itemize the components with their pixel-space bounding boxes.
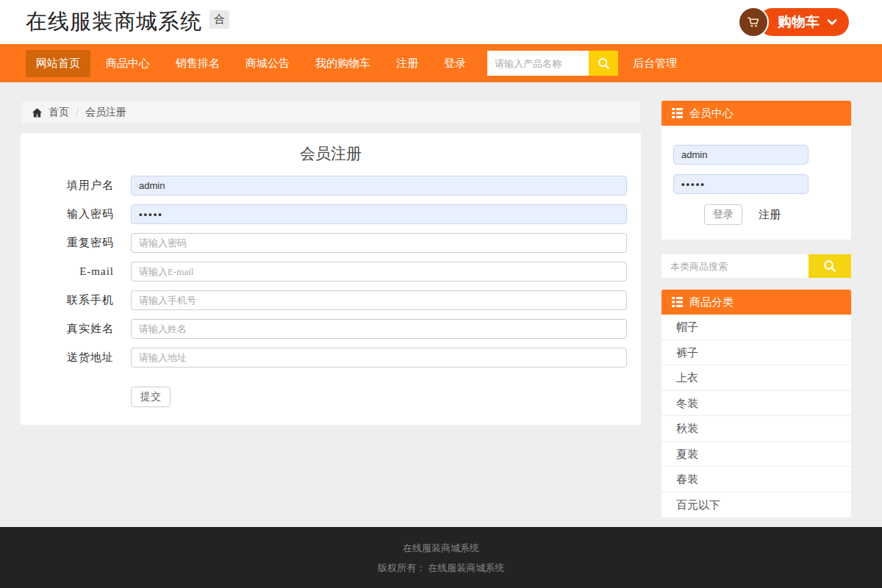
site-badge: 合 <box>209 10 229 29</box>
category-item-tops[interactable]: 上衣 <box>662 365 851 391</box>
form-row: 联系手机 <box>21 290 641 310</box>
email-label: E-mail <box>21 265 114 278</box>
nav-search <box>487 51 618 76</box>
product-search-button[interactable] <box>589 51 618 76</box>
nav-item-my-cart[interactable]: 我的购物车 <box>305 50 381 77</box>
login-button[interactable]: 登录 <box>704 204 742 225</box>
content: 首页 / 会员注册 会员注册 填用户名 输入密码 重复密码 E-mail <box>0 82 882 527</box>
form-row: 送货地址 <box>21 348 641 368</box>
category-item-under-100[interactable]: 百元以下 <box>662 492 851 518</box>
category-item-hats[interactable]: 帽子 <box>662 315 851 340</box>
password-label: 输入密码 <box>21 207 114 221</box>
form-row: 真实姓名 <box>21 319 641 339</box>
form-title: 会员注册 <box>21 143 641 164</box>
cart-label: 购物车 <box>778 12 820 32</box>
footer-copyright: 版权所有： 在线服装商城系统 <box>0 558 882 578</box>
member-center-body: 登录 注册 <box>662 126 851 240</box>
categories-header: 商品分类 <box>662 290 851 315</box>
cart-icon <box>738 7 769 37</box>
nav-item-home[interactable]: 网站首页 <box>26 50 90 77</box>
nav-item-sales-rank[interactable]: 销售排名 <box>165 50 230 77</box>
member-center-panel: 会员中心 登录 注册 <box>662 101 851 240</box>
sidebar-username-field[interactable] <box>673 145 808 165</box>
breadcrumb-current: 会员注册 <box>85 106 126 119</box>
search-icon <box>822 259 837 273</box>
nav-item-announcements[interactable]: 商城公告 <box>235 50 300 77</box>
breadcrumb-home-link[interactable]: 首页 <box>32 106 69 119</box>
footer: 在线服装商城系统 版权所有： 在线服装商城系统 <box>0 527 882 588</box>
list-icon <box>672 108 683 118</box>
phone-label: 联系手机 <box>21 293 114 307</box>
category-item-pants[interactable]: 裤子 <box>662 340 851 366</box>
nav-item-admin[interactable]: 后台管理 <box>623 50 687 77</box>
breadcrumb-home-label: 首页 <box>49 106 69 119</box>
form-row: 输入密码 <box>21 204 641 224</box>
cart-button[interactable]: 购物车 <box>738 7 849 37</box>
email-field[interactable] <box>131 262 627 282</box>
footer-site-name: 在线服装商城系统 <box>0 538 882 558</box>
sidebar-password-field[interactable] <box>673 174 808 194</box>
site-title: 在线服装商城系统 <box>26 7 202 37</box>
category-search <box>662 254 851 278</box>
phone-field[interactable] <box>131 290 627 310</box>
password-field[interactable] <box>131 204 627 224</box>
category-list: 帽子 裤子 上衣 冬装 秋装 夏装 春装 百元以下 <box>662 315 851 517</box>
nav-item-products[interactable]: 商品中心 <box>96 50 160 77</box>
form-row: 填用户名 <box>21 176 641 196</box>
nav-item-login[interactable]: 登录 <box>434 50 476 77</box>
real-name-label: 真实姓名 <box>21 322 114 336</box>
breadcrumb-separator: / <box>76 107 79 118</box>
category-item-autumn[interactable]: 秋装 <box>662 416 851 442</box>
category-search-input[interactable] <box>662 254 808 278</box>
categories-panel: 商品分类 帽子 裤子 上衣 冬装 秋装 夏装 春装 百元以下 <box>662 290 851 517</box>
chevron-down-icon <box>827 18 837 26</box>
category-item-spring[interactable]: 春装 <box>662 467 851 492</box>
member-actions: 登录 注册 <box>704 204 839 225</box>
product-search-input[interactable] <box>487 51 589 76</box>
submit-button[interactable]: 提交 <box>131 387 171 407</box>
username-label: 填用户名 <box>21 179 114 193</box>
username-field[interactable] <box>131 176 627 196</box>
member-center-title: 会员中心 <box>689 107 734 121</box>
nav-item-register[interactable]: 注册 <box>386 50 429 77</box>
real-name-field[interactable] <box>131 319 627 339</box>
categories-title: 商品分类 <box>689 295 734 309</box>
register-link[interactable]: 注册 <box>759 208 781 222</box>
repeat-password-label: 重复密码 <box>21 236 114 250</box>
register-form-panel: 会员注册 填用户名 输入密码 重复密码 E-mail 联系手机 <box>21 133 641 425</box>
category-item-summer[interactable]: 夏装 <box>662 442 851 467</box>
search-icon <box>597 57 611 71</box>
category-item-winter[interactable]: 冬装 <box>662 391 851 417</box>
form-row: 重复密码 <box>21 233 641 253</box>
list-icon <box>672 297 683 307</box>
address-label: 送货地址 <box>21 351 114 365</box>
member-center-header: 会员中心 <box>662 101 851 126</box>
main-nav: 网站首页 商品中心 销售排名 商城公告 我的购物车 注册 登录 后台管理 <box>0 44 882 82</box>
home-icon <box>32 107 43 118</box>
header: 在线服装商城系统 合 购物车 <box>0 0 882 44</box>
category-search-button[interactable] <box>808 254 851 278</box>
address-field[interactable] <box>131 348 627 368</box>
breadcrumb: 首页 / 会员注册 <box>21 101 641 124</box>
form-row: E-mail <box>21 262 641 282</box>
repeat-password-field[interactable] <box>131 233 627 253</box>
